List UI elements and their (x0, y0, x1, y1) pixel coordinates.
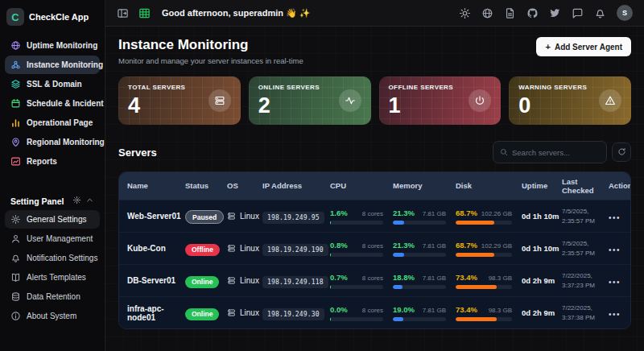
search-box[interactable] (493, 141, 607, 163)
column-header-ip-address: IP Address (262, 181, 330, 190)
settings-item-about-system[interactable]: About System (5, 307, 100, 325)
server-name: Kube-Con (127, 244, 185, 253)
settings-item-label: Notification Settings (27, 254, 97, 262)
memory-percent: 18.8% (393, 273, 415, 282)
gear-icon[interactable] (72, 196, 81, 206)
add-server-agent-button[interactable]: + Add Server Agent (536, 37, 631, 56)
server-icon (227, 308, 236, 317)
settings-item-general-settings[interactable]: General Settings (5, 210, 100, 229)
server-name: Web-Server01 (127, 212, 185, 221)
globe-icon (10, 40, 21, 51)
server-icon (208, 89, 231, 112)
sidebar-item-label: Regional Monitoring (27, 138, 105, 147)
cpu-bar (330, 221, 383, 225)
page-head: Instance Monitoring Monitor and manage y… (118, 37, 631, 65)
disk-percent: 68.7% (456, 209, 477, 217)
document-icon[interactable] (504, 7, 516, 19)
line-chart-icon (10, 156, 21, 167)
content: Instance Monitoring Monitor and manage y… (105, 27, 644, 351)
disk-percent: 68.7% (456, 241, 477, 250)
activity-icon (339, 89, 361, 112)
servers-table: NameStatusOSIP AddressCPUMemoryDiskUptim… (118, 171, 631, 329)
settings-panel-header[interactable]: Setting Panel (5, 192, 100, 209)
chat-icon[interactable] (572, 7, 584, 19)
servers-toolbar (493, 141, 631, 163)
sidebar-item-uptime-monitoring[interactable]: Uptime Monitoring (5, 36, 100, 55)
twitter-icon[interactable] (549, 7, 561, 19)
os-cell: Linux (227, 308, 262, 317)
row-actions-button[interactable]: ••• (609, 278, 621, 287)
database-icon (10, 291, 21, 302)
os-label: Linux (240, 308, 259, 317)
last-checked: 7/22/2025,3:37:38 PM (562, 304, 609, 321)
refresh-button[interactable] (612, 142, 631, 162)
user-avatar[interactable]: S (617, 5, 633, 21)
app-logo-icon: C (6, 8, 24, 26)
sun-icon[interactable] (459, 7, 471, 19)
memory-bar (393, 285, 446, 289)
memory-total: 7.81 GB (423, 210, 446, 217)
stat-card-total-servers: TOTAL SERVERS 4 (118, 76, 241, 125)
table-row[interactable]: Web-Server01 Paused Linux 198.19.249.95 … (119, 200, 630, 232)
server-name: DB-Server01 (127, 276, 185, 285)
memory-metric: 19.0%7.81 GB (393, 305, 456, 321)
row-actions-button[interactable]: ••• (609, 246, 621, 254)
user-icon (10, 233, 21, 244)
sidebar-item-ssl-domain[interactable]: SSL & Domain (5, 75, 100, 93)
settings-item-label: Data Retention (27, 292, 80, 301)
row-actions-button[interactable]: ••• (609, 310, 621, 319)
panel-collapse-icon[interactable] (117, 7, 129, 19)
sidebar-item-instance-monitoring[interactable]: Instance Monitoring (5, 56, 100, 74)
os-cell: Linux (227, 244, 262, 253)
ip-address: 198.19.249.95 (262, 212, 324, 224)
github-icon[interactable] (526, 7, 539, 19)
disk-percent: 73.4% (456, 273, 477, 282)
cpu-cores: 8 cores (362, 275, 383, 282)
table-header-row: NameStatusOSIP AddressCPUMemoryDiskUptim… (119, 172, 630, 200)
search-input[interactable] (512, 148, 600, 157)
disk-metric: 68.7%102.29 GB (456, 241, 522, 257)
sidebar-item-operational-page[interactable]: Operational Page (5, 114, 100, 132)
info-icon (10, 311, 21, 321)
status-badge: Paused (185, 210, 224, 224)
grid-icon[interactable] (138, 7, 151, 19)
sidebar-item-schedule-incident[interactable]: Schedule & Incident (5, 94, 100, 113)
globe-icon[interactable] (481, 7, 493, 19)
cpu-metric: 0.0%8 cores (330, 305, 393, 321)
table-row[interactable]: Kube-Con Offline Linux 198.19.249.190 0.… (119, 232, 630, 264)
column-header-status: Status (185, 181, 227, 190)
settings-item-data-retention[interactable]: Data Retention (5, 287, 100, 306)
settings-item-alerts-templates[interactable]: Alerts Templates (5, 268, 100, 287)
cpu-bar (330, 253, 383, 257)
cpu-bar (330, 317, 383, 321)
settings-item-label: Alerts Templates (27, 273, 86, 282)
settings-item-label: User Management (27, 234, 93, 243)
uptime: 0d 2h 9m (522, 276, 562, 285)
table-row[interactable]: infra-apc-node01 Online Linux 198.19.249… (119, 296, 630, 328)
search-icon (500, 145, 508, 159)
map-pin-icon (10, 137, 21, 147)
column-header-uptime: Uptime (522, 181, 562, 190)
chevron-up-icon[interactable] (85, 196, 94, 206)
app-window: C CheckCle App Uptime MonitoringInstance… (0, 0, 644, 351)
column-header-disk: Disk (456, 181, 522, 190)
table-row[interactable]: DB-Server01 Online Linux 198.19.249.118 … (119, 264, 630, 296)
settings-item-notification-settings[interactable]: Notification Settings (5, 249, 100, 267)
disk-total: 98.3 GB (489, 307, 512, 314)
last-checked: 7/22/2025,3:37:23 PM (562, 271, 609, 289)
sidebar-item-label: Instance Monitoring (27, 60, 103, 69)
column-header-memory: Memory (393, 181, 456, 190)
column-header-os: OS (227, 181, 262, 190)
servers-heading: Servers (118, 147, 157, 159)
bell-icon[interactable] (594, 7, 606, 19)
servers-section-header: Servers (118, 141, 631, 163)
os-cell: Linux (227, 212, 262, 221)
sidebar-item-label: Schedule & Incident (27, 99, 104, 108)
sidebar-item-regional-monitoring[interactable]: Regional Monitoring (5, 133, 100, 151)
sidebar-nav: Uptime MonitoringInstance MonitoringSSL … (5, 35, 100, 171)
settings-item-user-management[interactable]: User Management (5, 229, 100, 248)
row-actions-button[interactable]: ••• (609, 213, 621, 222)
sidebar-item-reports[interactable]: Reports (5, 152, 100, 171)
status-badge: Online (185, 276, 219, 288)
stats-row: TOTAL SERVERS 4 ONLINE SERVERS 2 OFFLINE… (118, 76, 631, 125)
